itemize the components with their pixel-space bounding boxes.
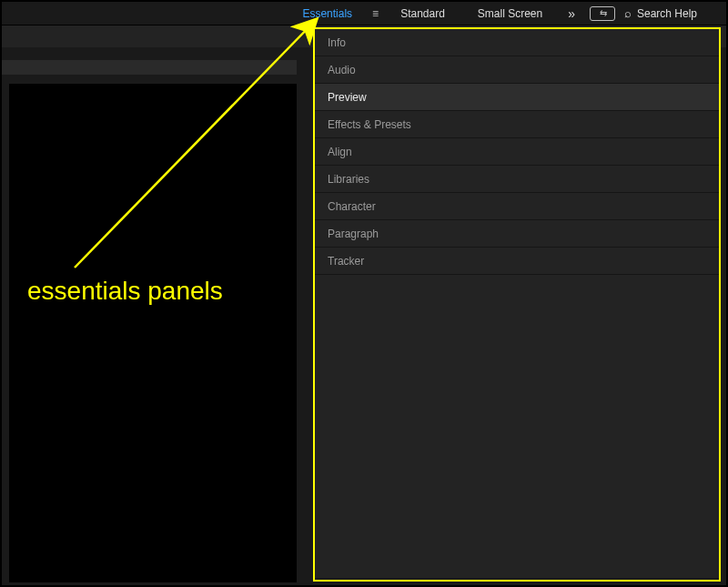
workspace-tab-standard[interactable]: Standard (384, 2, 461, 25)
workspace-tabs: Essentials ≡ Standard Small Screen (286, 2, 559, 25)
workspace-bar: Essentials ≡ Standard Small Screen » ⇆ ⌕ (2, 2, 726, 25)
panel-item-paragraph[interactable]: Paragraph (315, 220, 719, 248)
essentials-panel-stack: Info Audio Preview Effects & Presets Ali… (315, 29, 719, 578)
workspace-menu-icon[interactable]: ≡ (369, 7, 384, 20)
panel-item-label: Info (328, 36, 346, 49)
panel-item-effects-presets[interactable]: Effects & Presets (315, 111, 719, 138)
workspace-tab-small-screen[interactable]: Small Screen (461, 2, 559, 25)
panel-item-label: Character (328, 200, 376, 213)
app-frame: Essentials ≡ Standard Small Screen » ⇆ ⌕… (0, 0, 728, 587)
panel-item-label: Paragraph (328, 228, 379, 240)
search-help-wrap: ⌕ (624, 6, 719, 20)
panel-item-tracker[interactable]: Tracker (315, 248, 719, 275)
panel-item-label: Effects & Presets (328, 118, 411, 131)
panel-empty-area (315, 275, 719, 578)
panel-item-libraries[interactable]: Libraries (315, 166, 719, 193)
panel-item-align[interactable]: Align (315, 138, 719, 166)
panel-item-label: Audio (328, 64, 356, 76)
search-icon: ⌕ (624, 6, 632, 20)
panel-item-label: Preview (328, 91, 367, 104)
workspace-tab-label: Standard (400, 7, 445, 20)
workspace-overflow-icon[interactable]: » (559, 6, 584, 21)
panel-item-character[interactable]: Character (315, 193, 719, 220)
workspace-tab-essentials[interactable]: Essentials (286, 2, 369, 25)
workspace-tab-label: Essentials (302, 7, 352, 20)
composition-viewport[interactable] (9, 84, 297, 582)
search-help-input[interactable] (637, 7, 719, 20)
panel-item-info[interactable]: Info (315, 29, 719, 56)
panel-item-preview[interactable]: Preview (315, 84, 719, 111)
panel-item-audio[interactable]: Audio (315, 56, 719, 84)
workspace-tab-label: Small Screen (478, 7, 542, 20)
panel-item-label: Align (328, 146, 352, 158)
panel-item-label: Tracker (328, 255, 364, 268)
sync-settings-icon[interactable]: ⇆ (590, 6, 615, 21)
panel-item-label: Libraries (328, 173, 369, 186)
panel-gutter (297, 47, 315, 583)
left-panel-header (2, 60, 304, 75)
